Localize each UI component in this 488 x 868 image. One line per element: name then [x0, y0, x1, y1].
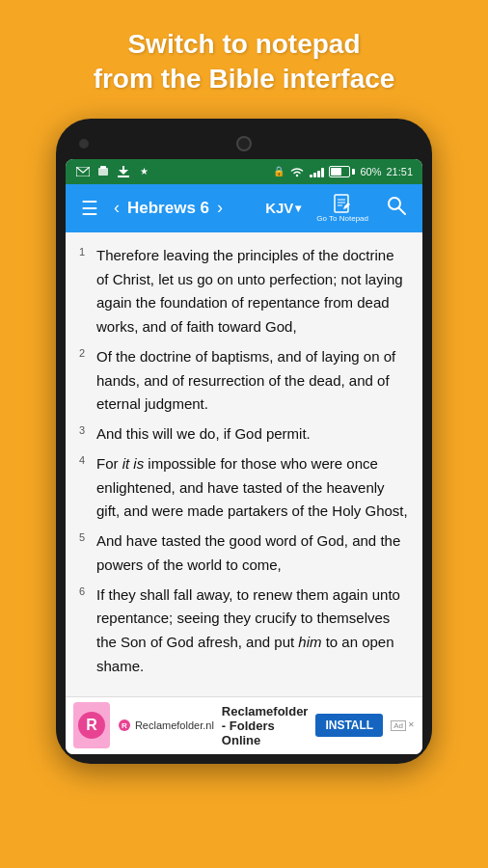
hamburger-button[interactable]: ☰: [75, 191, 104, 226]
svg-rect-5: [118, 176, 129, 177]
ad-label-text: Ad: [391, 720, 406, 731]
battery-icon: [329, 166, 355, 177]
version-selector[interactable]: KJV ▾: [265, 200, 301, 216]
bible-content: 1 Therefore leaving the principles of th…: [66, 232, 422, 696]
verse-text-5: And have tasted the good word of God, an…: [96, 529, 409, 578]
header-text: Switch to notepad from the Bible interfa…: [55, 0, 434, 119]
nav-bar: ☰ ‹ Hebrews 6 › KJV ▾ Go To Notepad: [66, 184, 422, 232]
verse-2: 2 Of the doctrine of baptisms, and of la…: [79, 345, 409, 417]
verse-6: 6 If they shall fall away, to renew them…: [79, 583, 409, 679]
verse-text-6: If they shall fall away, to renew them a…: [96, 583, 409, 679]
notepad-button[interactable]: Go To Notepad: [311, 189, 374, 227]
search-button[interactable]: [380, 189, 413, 227]
ad-title: Reclamefolder - Folders Online: [222, 704, 309, 747]
notepad-label-text: Go To Notepad: [316, 214, 368, 223]
time: 21:51: [386, 166, 413, 177]
svg-rect-2: [100, 166, 106, 169]
verse-num-1: 1: [79, 244, 93, 339]
svg-rect-4: [122, 166, 124, 171]
camera-lens: [236, 136, 252, 151]
version-label: KJV: [265, 200, 293, 216]
svg-rect-1: [98, 168, 108, 176]
phone-screen: ★ 🔒: [66, 159, 422, 754]
verse-text-2: Of the doctrine of baptisms, and of layi…: [96, 345, 409, 417]
ad-brand-row: R Reclamefolder.nl: [118, 719, 214, 732]
notification-icon: [95, 166, 111, 177]
header-line2: from the Bible interface: [94, 64, 395, 94]
verse-num-5: 5: [79, 529, 93, 578]
battery-fill: [331, 168, 341, 176]
header-line1: Switch to notepad: [127, 29, 360, 59]
notepad-icon: [332, 193, 353, 214]
battery-percent: 60%: [360, 166, 381, 177]
battery-body: [329, 166, 350, 177]
star-icon: ★: [136, 166, 151, 177]
verse-text-4: For it is impossible for those who were …: [96, 452, 409, 524]
svg-line-11: [399, 208, 406, 215]
verse-num-3: 3: [79, 422, 93, 447]
verse-num-6: 6: [79, 583, 93, 679]
chapter-nav: ‹ Hebrews 6 ›: [110, 194, 252, 222]
ad-content: Reclamefolder - Folders Online: [222, 704, 309, 747]
wifi-icon: [289, 166, 305, 177]
svg-rect-6: [335, 195, 348, 212]
verse-text-1: Therefore leaving the principles of the …: [96, 244, 409, 339]
status-right: 🔒: [273, 166, 413, 177]
verse-3: 3 And this will we do, if God permit.: [79, 422, 409, 447]
ad-logo-char: R: [86, 717, 97, 734]
phone-top-bar: [66, 134, 422, 159]
search-icon: [386, 195, 407, 216]
lock-icon: 🔒: [273, 166, 285, 176]
verse-4: 4 For it is impossible for those who wer…: [79, 452, 409, 524]
verse-5: 5 And have tasted the good word of God, …: [79, 529, 409, 578]
ad-banner: R R Reclamefolder.nl Reclamefolder - Fol…: [66, 696, 422, 754]
battery-tip: [352, 169, 355, 175]
back-chapter-button[interactable]: ‹: [110, 194, 123, 222]
ad-brand-icon: R: [118, 719, 131, 732]
signal-icon: [310, 166, 324, 177]
download-icon: [116, 166, 131, 177]
ad-close[interactable]: ✕: [408, 720, 415, 729]
version-dropdown-arrow: ▾: [295, 202, 301, 215]
ad-image: R: [73, 702, 110, 748]
camera-area: [79, 139, 89, 149]
forward-chapter-button[interactable]: ›: [213, 194, 227, 222]
verse-num-4: 4: [79, 452, 93, 524]
chapter-title: Hebrews 6: [127, 199, 209, 218]
status-left: ★: [75, 166, 151, 177]
verse-text-3: And this will we do, if God permit.: [96, 422, 409, 447]
ad-logo: R: [78, 712, 105, 739]
verse-1: 1 Therefore leaving the principles of th…: [79, 244, 409, 339]
email-icon: [75, 166, 91, 177]
verse-num-2: 2: [79, 345, 93, 417]
ad-label: Ad ✕: [391, 720, 415, 731]
ad-install-button[interactable]: INSTALL: [315, 714, 383, 737]
status-bar: ★ 🔒: [66, 159, 422, 184]
phone-wrapper: ★ 🔒: [56, 119, 432, 764]
ad-brand: Reclamefolder.nl: [135, 719, 214, 731]
svg-text:R: R: [122, 721, 127, 730]
camera-dot: [79, 139, 89, 149]
